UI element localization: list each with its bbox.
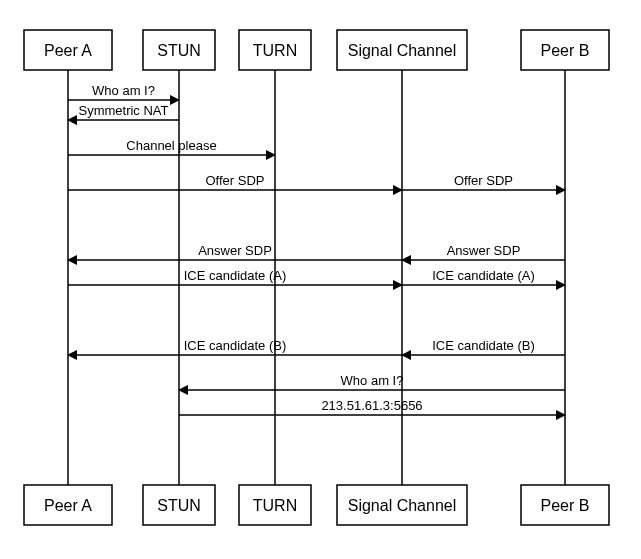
- participant-label: TURN: [253, 497, 297, 514]
- participant-turn: TURN: [239, 30, 311, 70]
- participant-peerB: Peer B: [521, 30, 609, 70]
- participant-label: Peer A: [44, 497, 92, 514]
- sequence-diagram: Peer ASTUNTURNSignal ChannelPeer BPeer A…: [0, 0, 641, 559]
- message-label: Offer SDP: [205, 173, 264, 188]
- participant-turn: TURN: [239, 485, 311, 525]
- participant-label: Signal Channel: [348, 497, 457, 514]
- message-label: Answer SDP: [447, 243, 521, 258]
- message-label: ICE candidate (B): [184, 338, 287, 353]
- participant-label: Peer B: [541, 42, 590, 59]
- participant-label: STUN: [157, 497, 201, 514]
- participant-signal: Signal Channel: [337, 485, 467, 525]
- message-label: Answer SDP: [198, 243, 272, 258]
- participant-stun: STUN: [143, 30, 215, 70]
- participant-peerA: Peer A: [24, 30, 112, 70]
- participant-label: TURN: [253, 42, 297, 59]
- message-label: ICE candidate (A): [432, 268, 535, 283]
- message-label: Who am I?: [341, 373, 404, 388]
- participant-label: STUN: [157, 42, 201, 59]
- participant-label: Peer A: [44, 42, 92, 59]
- message-label: Who am I?: [92, 83, 155, 98]
- participant-peerB: Peer B: [521, 485, 609, 525]
- message-label: Symmetric NAT: [78, 103, 168, 118]
- message-label: ICE candidate (A): [184, 268, 287, 283]
- message-label: Offer SDP: [454, 173, 513, 188]
- participant-peerA: Peer A: [24, 485, 112, 525]
- message-label: Channel please: [126, 138, 216, 153]
- message-label: 213.51.61.3:5656: [321, 398, 422, 413]
- participant-label: Signal Channel: [348, 42, 457, 59]
- participant-stun: STUN: [143, 485, 215, 525]
- participant-signal: Signal Channel: [337, 30, 467, 70]
- message-label: ICE candidate (B): [432, 338, 535, 353]
- participant-label: Peer B: [541, 497, 590, 514]
